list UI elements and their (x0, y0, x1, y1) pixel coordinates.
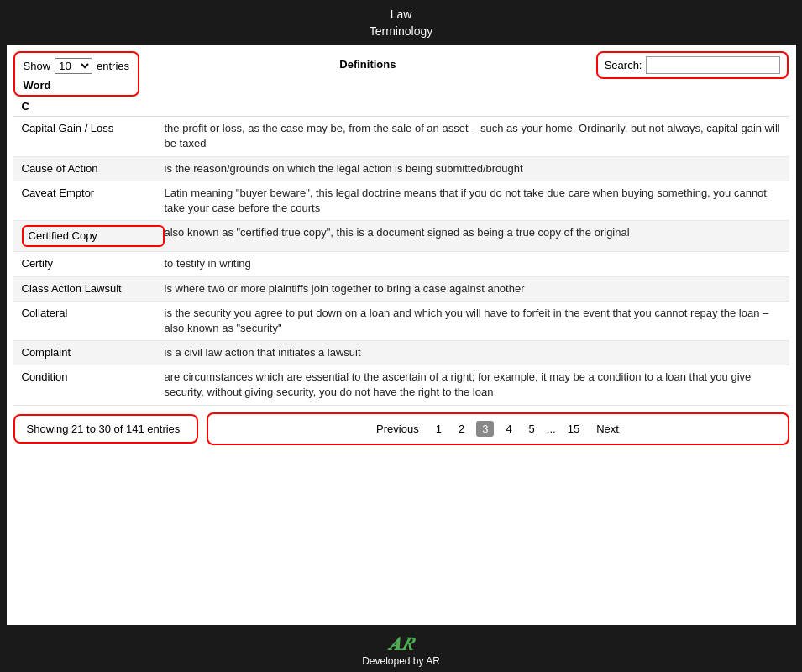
show-label: Show (24, 60, 51, 72)
table-body: Capital Gain / Lossthe profit or loss, a… (7, 117, 796, 405)
table-row: Capital Gain / Lossthe profit or loss, a… (13, 117, 789, 156)
table-row: Class Action Lawsuitis where two or more… (13, 277, 789, 302)
app-title-line2: Terminology (370, 24, 432, 38)
footer-text: Developed by AR (0, 655, 802, 667)
word-cell: Capital Gain / Loss (22, 121, 165, 136)
entries-label: entries (97, 60, 129, 72)
page-15-button[interactable]: 15 (563, 421, 584, 437)
word-cell: Certified Copy (22, 225, 165, 247)
definition-cell: the profit or loss, as the case may be, … (165, 121, 781, 151)
search-box: Search: (596, 51, 789, 79)
next-button[interactable]: Next (591, 421, 624, 437)
word-cell: Cause of Action (22, 161, 165, 176)
table-row: Cause of Actionis the reason/grounds on … (13, 157, 789, 181)
table-row: Caveat EmptorLatin meaning "buyer beware… (13, 181, 789, 221)
word-col-label: Word (24, 79, 51, 92)
definition-cell: also known as "certified true copy", thi… (165, 225, 781, 240)
previous-button[interactable]: Previous (371, 421, 424, 437)
word-cell: Caveat Emptor (22, 186, 165, 201)
definition-cell: are circumstances which are essential to… (165, 370, 781, 400)
section-letter: C (13, 97, 789, 117)
page-3-button[interactable]: 3 (476, 421, 494, 437)
main-container: Show 10 25 50 100 entries Word Definitio… (7, 45, 796, 625)
app-header: Law Terminology (0, 0, 802, 45)
entries-select[interactable]: 10 25 50 100 (55, 58, 92, 74)
page-2-button[interactable]: 2 (453, 421, 469, 437)
show-entries-box: Show 10 25 50 100 entries Word (13, 51, 140, 97)
word-cell: Class Action Lawsuit (22, 281, 165, 297)
footer-bar: Showing 21 to 30 of 141 entries Previous… (13, 412, 789, 445)
pagination: Previous 1 2 3 4 5 ... 15 Next (207, 412, 789, 445)
app-title-line1: Law (391, 8, 412, 21)
search-input[interactable] (646, 56, 780, 74)
word-cell: Certify (22, 256, 165, 271)
definition-cell: Latin meaning "buyer beware", this legal… (165, 186, 781, 216)
word-cell: Collateral (22, 306, 165, 321)
page-5-button[interactable]: 5 (524, 421, 540, 437)
word-cell: Complaint (22, 345, 165, 360)
table-row: Collateralis the security you agree to p… (13, 302, 789, 341)
table-row: Complaintis a civil law action that init… (13, 341, 789, 365)
showing-info: Showing 21 to 30 of 141 entries (13, 414, 198, 444)
show-row: Show 10 25 50 100 entries (24, 58, 130, 74)
definition-cell: to testify in writing (165, 256, 781, 271)
word-cell: Condition (22, 370, 165, 385)
page-4-button[interactable]: 4 (501, 421, 516, 437)
top-controls-outer: Show 10 25 50 100 entries Word Definitio… (7, 45, 796, 97)
table-row: Conditionare circumstances which are ess… (13, 365, 789, 405)
ellipsis: ... (547, 423, 556, 435)
definitions-col-label: Definitions (339, 58, 396, 71)
definition-cell: is the reason/grounds on which the legal… (165, 161, 781, 176)
app-footer: 𝑨𝑅 Developed by AR (0, 625, 802, 672)
definition-cell: is where two or more plaintiffs join tog… (165, 281, 781, 297)
page-1-button[interactable]: 1 (431, 421, 447, 437)
definition-cell: is the security you agree to put down on… (165, 306, 781, 336)
definition-cell: is a civil law action that initiates a l… (165, 345, 781, 360)
table-row: Certifyto testify in writing (13, 252, 789, 276)
footer-logo: 𝑨𝑅 (0, 633, 802, 655)
search-label: Search: (605, 59, 642, 71)
table-row: Certified Copyalso known as "certified t… (13, 221, 789, 252)
